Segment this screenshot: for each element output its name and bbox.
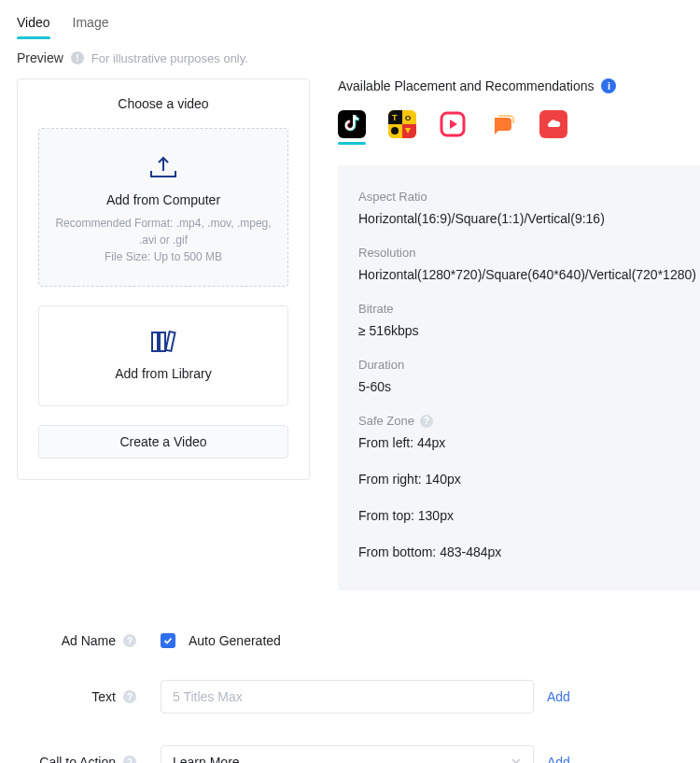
placement-header: Available Placement and Recommendations … — [338, 78, 700, 93]
media-type-tabs: Video Image — [17, 9, 683, 39]
placement-heading: Available Placement and Recommendations — [338, 78, 594, 93]
add-from-computer-size: File Size: Up to 500 MB — [52, 248, 274, 265]
spec-resolution-value: Horizontal(1280*720)/Square(640*640)/Ver… — [358, 265, 696, 285]
platform-icons: T O — [338, 110, 700, 138]
svg-rect-2 — [165, 332, 175, 351]
svg-text:O: O — [405, 114, 411, 122]
cta-selected-value: Learn More — [173, 755, 240, 763]
spec-safezone-left: From left: 44px — [358, 433, 696, 453]
svg-rect-7 — [402, 124, 416, 138]
add-from-computer-format: Recommended Format: .mp4, .mov, .mpeg, .… — [52, 215, 274, 248]
tiktok-icon — [343, 115, 360, 134]
spec-safezone-label: Safe Zone ? — [358, 414, 696, 428]
library-icon — [150, 331, 176, 353]
spec-bitrate-value: ≥ 516kbps — [358, 321, 696, 341]
platform-helo[interactable] — [489, 110, 517, 138]
text-input[interactable] — [161, 680, 534, 714]
spec-resolution-label: Resolution — [358, 246, 696, 260]
spec-safezone-bottom: From bottom: 483-484px — [358, 543, 696, 562]
spec-aspect-ratio-label: Aspect Ratio — [358, 190, 696, 204]
cloud-icon — [539, 110, 567, 138]
help-icon[interactable]: ? — [123, 690, 136, 703]
platform-tiktok[interactable] — [338, 110, 366, 138]
create-video-button[interactable]: Create a Video — [38, 425, 288, 459]
video-card-heading: Choose a video — [38, 96, 288, 111]
ad-name-label: Ad Name — [62, 633, 116, 648]
video-card: Choose a video Add from Computer Recomme… — [17, 78, 310, 480]
platform-buzzvideo[interactable]: T O — [388, 110, 416, 138]
svg-rect-1 — [160, 332, 165, 351]
spec-safezone-top: From top: 130px — [358, 506, 696, 526]
add-from-library[interactable]: Add from Library — [38, 305, 288, 406]
preview-label: Preview — [17, 50, 63, 65]
platform-cloud[interactable] — [539, 110, 567, 138]
video-panel: Choose a video Add from Computer Recomme… — [17, 78, 310, 480]
preview-row: Preview ! For illustrative purposes only… — [17, 50, 683, 65]
cta-label: Call to Action — [39, 755, 116, 763]
specs-panel: Aspect Ratio Horizontal(16:9)/Square(1:1… — [338, 165, 700, 590]
spec-safezone-right: From right: 140px — [358, 470, 696, 489]
spec-duration-value: 5-60s — [358, 377, 696, 397]
row-ad-name: Ad Name ? Auto Generated — [17, 633, 683, 648]
text-add-link[interactable]: Add — [547, 689, 570, 704]
spec-bitrate-label: Bitrate — [358, 302, 696, 316]
form-rows: Ad Name ? Auto Generated Text ? Add Call… — [17, 633, 683, 763]
text-label: Text — [91, 689, 116, 704]
cta-select[interactable]: Learn More — [161, 745, 534, 763]
row-text: Text ? Add — [17, 680, 683, 714]
info-icon[interactable]: ! — [71, 51, 84, 64]
spec-duration-label: Duration — [358, 358, 696, 372]
helo-icon — [491, 112, 515, 136]
help-icon[interactable]: ? — [420, 415, 433, 428]
tab-video[interactable]: Video — [17, 9, 50, 39]
add-from-library-title: Add from Library — [52, 366, 274, 381]
spec-aspect-ratio-value: Horizontal(16:9)/Square(1:1)/Vertical(9:… — [358, 209, 696, 229]
help-icon[interactable]: ? — [123, 634, 136, 647]
auto-generated-label: Auto Generated — [189, 633, 281, 648]
chevron-down-icon — [511, 755, 522, 763]
add-from-computer[interactable]: Add from Computer Recommended Format: .m… — [38, 128, 288, 287]
info-icon[interactable]: i — [601, 78, 616, 93]
help-icon[interactable]: ? — [123, 756, 136, 763]
buzzvideo-icon: T O — [388, 110, 416, 138]
svg-text:T: T — [392, 113, 398, 122]
platform-vigo[interactable] — [439, 110, 467, 138]
placement-panel: Available Placement and Recommendations … — [338, 78, 700, 590]
tab-image[interactable]: Image — [73, 9, 109, 39]
row-cta: Call to Action ? Learn More Add — [17, 745, 683, 763]
auto-generated-checkbox[interactable] — [161, 633, 175, 648]
check-icon — [163, 636, 173, 645]
main-split: Choose a video Add from Computer Recomme… — [17, 78, 683, 590]
add-from-computer-title: Add from Computer — [52, 192, 274, 207]
upload-icon — [149, 155, 177, 179]
svg-point-8 — [391, 127, 399, 134]
preview-note: For illustrative purposes only. — [91, 51, 248, 65]
vigo-icon — [439, 110, 467, 138]
platform-selected-underline — [338, 142, 366, 145]
cta-add-link[interactable]: Add — [547, 755, 570, 763]
svg-rect-0 — [152, 332, 158, 351]
